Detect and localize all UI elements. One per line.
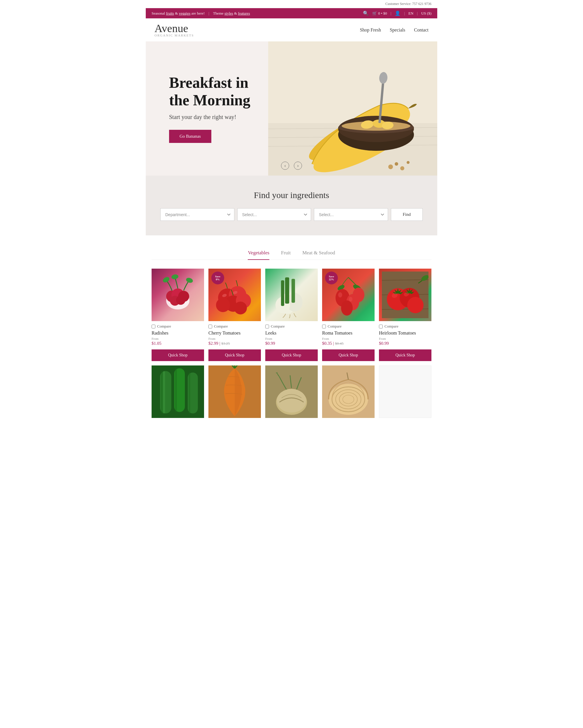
product-price-cherry-tomatoes: $2.99 | $3.25 — [209, 341, 261, 346]
compare-label-5: Compare — [385, 324, 398, 329]
compare-radishes: Compare — [151, 324, 204, 329]
logo-subtitle: organic markets — [155, 34, 194, 37]
svg-point-16 — [388, 164, 393, 169]
svg-point-50 — [349, 297, 353, 302]
nav-shop-fresh[interactable]: Shop Fresh — [360, 27, 381, 33]
product-price-roma-tomatoes: $0.35 | $0.45 — [322, 341, 374, 346]
compare-roma-tomatoes: Compare — [322, 324, 374, 329]
product-img-carrot — [209, 365, 261, 418]
compare-checkbox-heirloom-tomatoes[interactable] — [379, 324, 383, 329]
compare-label: Compare — [157, 324, 171, 329]
cart-button[interactable]: 🛒 0 • $0 — [372, 11, 387, 16]
hero-title: Breakfast in the Morning — [169, 74, 262, 109]
compare-checkbox-roma-tomatoes[interactable] — [322, 324, 326, 329]
hero-illustration — [268, 42, 437, 176]
product-from-leeks: From — [265, 337, 318, 340]
svg-point-28 — [186, 277, 194, 284]
tab-vegetables[interactable]: Vegetables — [248, 250, 269, 260]
quick-shop-leeks[interactable]: Quick Shop — [265, 349, 318, 361]
compare-cherry-tomatoes: Compare — [209, 324, 261, 329]
quick-shop-cherry-tomatoes[interactable]: Quick Shop — [209, 349, 261, 361]
product-img-onion — [322, 365, 374, 418]
quick-shop-roma-tomatoes[interactable]: Quick Shop — [322, 349, 374, 361]
hero-cta-button[interactable]: Go Bananas — [169, 130, 211, 143]
product-price-leeks: $0.99 — [265, 341, 318, 346]
customer-service-bar: Customer Service: 757 621 9736 — [146, 0, 437, 8]
compare-label-2: Compare — [214, 324, 228, 329]
product-card-cherry-tomatoes: Save 8% — [209, 269, 261, 361]
product-image-radishes — [151, 269, 204, 321]
quick-shop-heirloom-tomatoes[interactable]: Quick Shop — [379, 349, 432, 361]
product-image-heirloom-tomatoes — [379, 269, 432, 321]
tab-meat-seafood[interactable]: Meat & Seafood — [302, 250, 335, 260]
cart-icon: 🛒 — [372, 11, 377, 16]
compare-checkbox-leeks[interactable] — [265, 324, 269, 329]
customer-service-text: Customer Service: 757 621 9736 — [385, 2, 432, 6]
svg-point-19 — [407, 161, 410, 164]
logo[interactable]: Avenue organic markets — [155, 23, 194, 37]
product-card-heirloom-tomatoes: Compare Heirloom Tomatoes From $0.99 Qui… — [379, 269, 432, 361]
features-link[interactable]: features — [238, 11, 250, 16]
svg-rect-66 — [175, 368, 177, 412]
hero-navigation: ‹ › — [281, 162, 302, 170]
header-icons: 🔍 🛒 0 • $0 | 👤 | EN | US ($) — [363, 10, 432, 16]
product-from-roma-tomatoes: From — [322, 337, 374, 340]
subcategory-select[interactable]: Select... — [314, 208, 388, 221]
compare-label-4: Compare — [328, 324, 342, 329]
svg-point-34 — [234, 302, 247, 314]
announcement-text: Seasonal fruits & veggies are here! | Th… — [151, 11, 250, 16]
product-name-roma-tomatoes: Roma Tomatoes — [322, 331, 374, 336]
svg-point-47 — [341, 301, 353, 316]
quick-shop-radishes[interactable]: Quick Shop — [151, 349, 204, 361]
product-from-radishes: From — [151, 337, 204, 340]
find-button[interactable]: Find — [391, 208, 423, 221]
search-icon[interactable]: 🔍 — [363, 10, 369, 16]
fruits-link[interactable]: fruits — [166, 11, 174, 16]
product-from-cherry-tomatoes: From — [209, 337, 261, 340]
styles-link[interactable]: styles — [224, 11, 233, 16]
svg-point-27 — [171, 274, 179, 280]
svg-rect-65 — [161, 371, 163, 413]
hero-next-button[interactable]: › — [294, 162, 302, 170]
department-select[interactable]: Department... — [160, 208, 234, 221]
compare-leeks: Compare — [265, 324, 318, 329]
compare-checkbox-radishes[interactable] — [151, 324, 156, 329]
hero-content: Breakfast in the Morning Start your day … — [146, 57, 286, 160]
product-image-cherry-tomatoes: Save 8% — [209, 269, 261, 321]
cart-count: 0 • $0 — [378, 11, 387, 16]
compare-heirloom-tomatoes: Compare — [379, 324, 432, 329]
product-name-cherry-tomatoes: Cherry Tomatoes — [209, 331, 261, 336]
svg-point-48 — [353, 288, 364, 302]
nav-contact[interactable]: Contact — [414, 27, 428, 33]
nav-specials[interactable]: Specials — [390, 27, 405, 33]
compare-checkbox-cherry-tomatoes[interactable] — [209, 324, 212, 329]
product-image-roma-tomatoes: Save 22% — [322, 269, 374, 321]
product-image-leeks — [265, 269, 318, 321]
currency-selector[interactable]: US ($) — [421, 11, 432, 16]
language-selector[interactable]: EN — [408, 11, 413, 16]
product-price-original-cherry-tomatoes: $3.25 — [221, 341, 230, 346]
main-nav: Shop Fresh Specials Contact — [360, 27, 428, 33]
compare-label-3: Compare — [271, 324, 285, 329]
hero-subtitle: Start your day the right way! — [169, 114, 262, 121]
product-price-radishes: $1.05 — [151, 341, 204, 346]
product-price-heirloom-tomatoes: $0.99 — [379, 341, 432, 346]
svg-rect-68 — [163, 371, 165, 413]
hero-prev-button[interactable]: ‹ — [281, 162, 289, 170]
logo-name: Avenue — [155, 23, 194, 34]
save-badge-cherry-tomatoes: Save 8% — [211, 271, 224, 284]
account-icon[interactable]: 👤 — [395, 10, 400, 16]
veggies-link[interactable]: veggies — [179, 11, 191, 16]
hero-section: Breakfast in the Morning Start your day … — [146, 42, 437, 176]
product-grid: Compare Radishes From $1.05 Quick Shop S… — [151, 269, 432, 361]
tab-fruit[interactable]: Fruit — [281, 250, 290, 260]
product-card-radishes: Compare Radishes From $1.05 Quick Shop — [151, 269, 204, 361]
category-select[interactable]: Select... — [237, 208, 311, 221]
product-from-heirloom-tomatoes: From — [379, 337, 432, 340]
product-price-original-roma-tomatoes: $0.45 — [335, 341, 343, 346]
product-name-heirloom-tomatoes: Heirloom Tomatoes — [379, 331, 432, 336]
product-img-cucumber — [151, 365, 204, 418]
category-tabs: Vegetables Fruit Meat & Seafood — [151, 250, 432, 260]
product-img-placeholder — [379, 365, 432, 418]
svg-point-18 — [400, 166, 404, 170]
